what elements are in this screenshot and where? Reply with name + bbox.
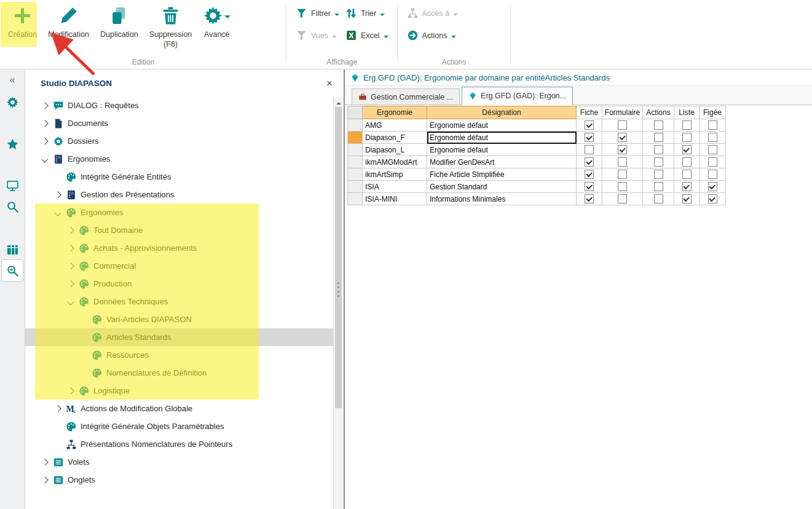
tree-item-commercial[interactable]: Commercial bbox=[25, 257, 334, 275]
cell-liste[interactable] bbox=[674, 156, 700, 168]
filtrer-button[interactable]: Filtrer bbox=[294, 6, 341, 20]
chevron-right-icon[interactable] bbox=[40, 103, 49, 108]
checkbox-unchecked[interactable] bbox=[682, 157, 692, 167]
cell-formulaire[interactable] bbox=[602, 168, 643, 181]
checkbox-checked[interactable] bbox=[585, 120, 594, 130]
column-header-actions[interactable]: Actions bbox=[643, 106, 674, 119]
row-selector[interactable] bbox=[348, 144, 363, 156]
chevron-right-icon[interactable] bbox=[40, 121, 49, 126]
cell-designation[interactable]: Modifier GenDesArt bbox=[427, 156, 577, 168]
cell-ergonomie[interactable]: ISIA-MINI bbox=[363, 193, 427, 205]
tree-item-integrite-generale-objets-parametrables[interactable]: Intégrité Générale Objets Paramétrables bbox=[25, 417, 334, 435]
cell-fiche[interactable] bbox=[577, 119, 602, 132]
sidebar-search-button[interactable] bbox=[2, 196, 23, 217]
row-selector[interactable] bbox=[348, 156, 363, 168]
cell-ergonomie[interactable]: ikmArtSimp bbox=[363, 168, 427, 181]
cell-liste[interactable] bbox=[674, 168, 700, 181]
trier-button[interactable]: Trier bbox=[344, 6, 390, 20]
column-header-fiche[interactable]: Fiche bbox=[577, 106, 602, 119]
checkbox-unchecked[interactable] bbox=[618, 120, 627, 130]
chevron-right-icon[interactable] bbox=[40, 460, 49, 465]
checkbox-checked[interactable] bbox=[682, 182, 692, 191]
scrollbar-up-icon[interactable] bbox=[336, 100, 341, 105]
checkbox-unchecked[interactable] bbox=[654, 133, 663, 142]
checkbox-unchecked[interactable] bbox=[708, 170, 717, 179]
tree-item-actions-de-modification-globale[interactable]: MsActions de Modification Globale bbox=[25, 400, 334, 417]
cell-figee[interactable] bbox=[700, 119, 726, 132]
tree-item-tout-domaine[interactable]: Tout Domaine bbox=[25, 221, 334, 239]
cell-liste[interactable] bbox=[674, 181, 700, 193]
cell-ergonomie[interactable]: Diapason_L bbox=[363, 144, 427, 156]
tree-item-presentations-nomenclatures-de-pointeurs[interactable]: Présentations Nomenclatures de Pointeurs bbox=[25, 435, 334, 453]
tree-item-integrite-generale-entites[interactable]: Intégrité Générale Entités bbox=[25, 168, 334, 186]
sidebar-columns-button[interactable] bbox=[2, 239, 23, 260]
collapse-panel-button[interactable]: « bbox=[0, 74, 25, 85]
sidebar-search-plus-button[interactable] bbox=[2, 260, 23, 281]
cell-actions[interactable] bbox=[643, 144, 674, 156]
tree-item-onglets[interactable]: Onglets bbox=[25, 471, 334, 489]
chevron-right-icon[interactable] bbox=[66, 282, 75, 286]
chevron-down-icon[interactable] bbox=[66, 299, 75, 304]
cell-figee[interactable] bbox=[700, 132, 726, 144]
checkbox-unchecked[interactable] bbox=[682, 133, 692, 142]
tree-item-ergonomies[interactable]: Ergonomies bbox=[25, 150, 334, 168]
splitter-grip[interactable] bbox=[337, 282, 339, 297]
checkbox-checked[interactable] bbox=[708, 194, 717, 203]
checkbox-checked[interactable] bbox=[708, 182, 717, 191]
cell-liste[interactable] bbox=[674, 132, 700, 144]
chevron-right-icon[interactable] bbox=[40, 139, 49, 144]
checkbox-checked[interactable] bbox=[618, 145, 627, 154]
tree-item-logistique[interactable]: Logistique bbox=[25, 382, 334, 400]
checkbox-unchecked[interactable] bbox=[654, 170, 663, 179]
column-header-liste[interactable]: Liste bbox=[674, 106, 700, 119]
checkbox-checked[interactable] bbox=[682, 145, 692, 154]
checkbox-checked[interactable] bbox=[585, 133, 594, 142]
row-selector-current[interactable] bbox=[348, 132, 363, 144]
cell-actions[interactable] bbox=[643, 193, 674, 205]
checkbox-unchecked[interactable] bbox=[654, 120, 663, 130]
cell-fiche[interactable] bbox=[577, 144, 602, 156]
suppression-button[interactable]: Suppression (F6) bbox=[144, 3, 198, 50]
checkbox-unchecked[interactable] bbox=[708, 157, 717, 167]
checkbox-unchecked[interactable] bbox=[618, 182, 627, 191]
chevron-right-icon[interactable] bbox=[66, 264, 75, 269]
checkbox-unchecked[interactable] bbox=[682, 170, 692, 179]
close-panel-button[interactable]: × bbox=[326, 78, 333, 89]
cell-fiche[interactable] bbox=[577, 132, 602, 144]
cell-ergonomie[interactable]: Diapason_F bbox=[363, 132, 427, 144]
acces-a-button[interactable]: Accès à bbox=[405, 6, 460, 20]
cell-formulaire[interactable] bbox=[602, 119, 643, 132]
cell-actions[interactable] bbox=[643, 132, 674, 144]
actions-button[interactable]: Actions bbox=[405, 28, 460, 42]
row-selector[interactable] bbox=[348, 119, 363, 132]
duplication-button[interactable]: Duplication bbox=[95, 3, 144, 39]
cell-fiche[interactable] bbox=[577, 168, 602, 181]
cell-designation[interactable]: Gestion Standard bbox=[427, 181, 577, 193]
chevron-down-icon[interactable] bbox=[40, 157, 49, 162]
tab-erg-gfd-gad-ergon[interactable]: Erg.GFD (GAD): Ergon... bbox=[462, 87, 573, 105]
checkbox-checked[interactable] bbox=[585, 157, 594, 167]
chevron-right-icon[interactable] bbox=[40, 478, 49, 483]
cell-figee[interactable] bbox=[700, 193, 726, 205]
checkbox-unchecked[interactable] bbox=[654, 194, 663, 203]
sidebar-gear-button[interactable] bbox=[2, 92, 23, 112]
tree-item-articles-standards[interactable]: Articles Standards bbox=[25, 328, 334, 346]
row-selector[interactable] bbox=[348, 193, 363, 205]
column-header-designation[interactable]: Désignation bbox=[427, 106, 577, 119]
chevron-right-icon[interactable] bbox=[66, 228, 75, 233]
tree-item-ergonomies[interactable]: Ergonomies bbox=[25, 203, 334, 221]
cell-figee[interactable] bbox=[700, 181, 726, 193]
checkbox-unchecked[interactable] bbox=[654, 182, 663, 191]
tree-item-achats-approvisionnements[interactable]: Achats - Approvisionnements bbox=[25, 239, 334, 257]
cell-ergonomie[interactable]: AMG bbox=[363, 119, 427, 132]
cell-fiche[interactable] bbox=[577, 193, 602, 205]
cell-fiche[interactable] bbox=[577, 181, 602, 193]
checkbox-unchecked[interactable] bbox=[654, 145, 663, 154]
tab-gestion-commerciale[interactable]: Gestion Commerciale ... bbox=[352, 89, 460, 105]
chevron-right-icon[interactable] bbox=[66, 246, 75, 251]
tree-item-documents[interactable]: Documents bbox=[25, 114, 334, 132]
cell-formulaire[interactable] bbox=[602, 156, 643, 168]
tree-item-production[interactable]: Production bbox=[25, 275, 334, 293]
row-selector[interactable] bbox=[348, 168, 363, 181]
cell-designation[interactable]: Ergonomie défaut bbox=[427, 119, 577, 132]
